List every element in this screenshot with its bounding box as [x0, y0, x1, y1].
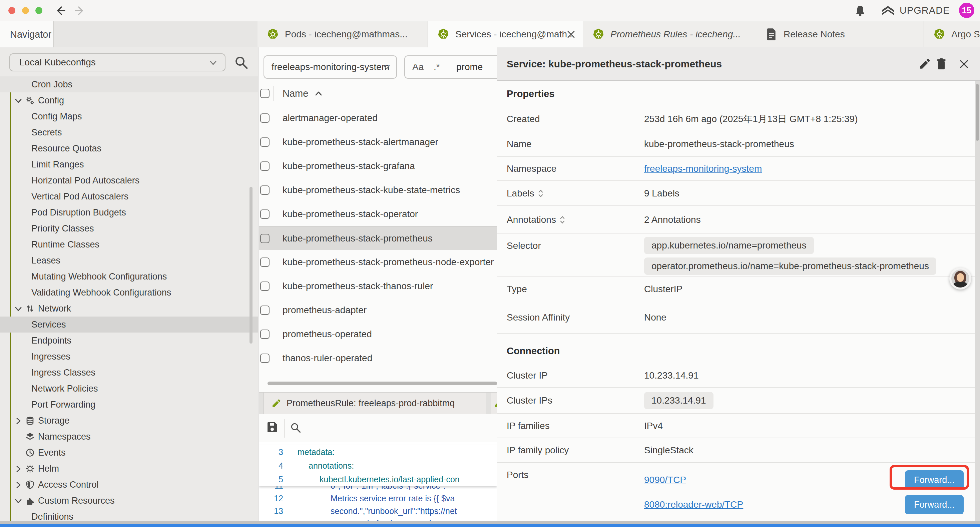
forward-button-8080-reloader-web-tcp[interactable]: Forward...	[905, 495, 964, 514]
name-column-header[interactable]: Name	[283, 81, 308, 106]
forward-arrow-icon[interactable]	[74, 5, 86, 17]
port-link-9090-tcp[interactable]: 9090/TCP	[644, 474, 686, 485]
sidebar-item-pod-disruption-budgets[interactable]: Pod Disruption Budgets	[0, 204, 258, 220]
sort-ascending-icon[interactable]	[314, 89, 323, 98]
row-checkbox[interactable]	[260, 209, 269, 219]
delete-trash-icon[interactable]	[935, 58, 948, 70]
sidebar-scrollbar[interactable]	[250, 187, 253, 344]
sidebar-item-limit-ranges[interactable]: Limit Ranges	[0, 156, 258, 172]
sidebar-item-ingress-classes[interactable]: Ingress Classes	[0, 365, 258, 381]
editor-search-icon[interactable]	[290, 422, 302, 434]
row-checkbox[interactable]	[260, 113, 269, 123]
sidebar-item-runtime-classes[interactable]: Runtime Classes	[0, 236, 258, 253]
expand-sort-icon[interactable]	[538, 189, 544, 198]
save-icon[interactable]	[266, 421, 278, 434]
row-checkbox[interactable]	[260, 353, 269, 363]
detail-scrollbar-track[interactable]	[975, 81, 980, 521]
upgrade-icon[interactable]	[881, 4, 895, 18]
tab-release-notes[interactable]: Release Notes	[756, 21, 924, 47]
list-horizontal-scrollbar[interactable]	[267, 382, 497, 385]
namespace-filter-dropdown[interactable]: freeleaps-monitoring-system	[264, 56, 397, 79]
sidebar-item-cron-jobs[interactable]: Cron Jobs	[0, 76, 258, 92]
row-checkbox[interactable]	[260, 161, 269, 171]
chevron-right-icon[interactable]	[14, 481, 22, 489]
sidebar-item-definitions[interactable]: Definitions	[0, 509, 258, 521]
row-checkbox[interactable]	[260, 306, 269, 315]
tab-navigator[interactable]: Navigator	[0, 21, 54, 47]
sidebar-item-endpoints[interactable]: Endpoints	[0, 333, 258, 349]
table-row-prometheus-adapter[interactable]: prometheus-adapter	[259, 298, 497, 322]
sidebar-item-storage[interactable]: Storage	[0, 412, 258, 428]
chevron-right-icon[interactable]	[14, 465, 22, 473]
table-row-kube-prometheus-stack-operator[interactable]: kube-prometheus-stack-operator	[259, 202, 497, 226]
sidebar-item-network-policies[interactable]: Network Policies	[0, 381, 258, 396]
tab-prometheus-rules-icecheng[interactable]: Prometheus Rules - icecheng...	[583, 21, 756, 47]
yaml-editor[interactable]: 110","for":"1m","labels":{"service":"12M…	[259, 442, 497, 521]
table-row-kube-prometheus-stack-alertmanager[interactable]: kube-prometheus-stack-alertmanager	[259, 130, 497, 154]
sidebar-item-helm[interactable]: Helm	[0, 461, 258, 477]
editor-tab-partial[interactable]	[491, 393, 497, 414]
notification-badge[interactable]: 15	[959, 3, 974, 18]
row-checkbox[interactable]	[260, 258, 269, 267]
regex-toggle[interactable]: .*	[434, 56, 440, 78]
sidebar-item-custom-resources[interactable]: Custom Resources	[0, 493, 258, 509]
close-icon[interactable]	[565, 29, 577, 40]
window-minimize-button[interactable]	[22, 7, 29, 14]
row-checkbox[interactable]	[260, 137, 269, 147]
sidebar-item-secrets[interactable]: Secrets	[0, 124, 258, 140]
tab-pods-icecheng-mathmas[interactable]: Pods - icecheng@mathmas...	[258, 21, 428, 47]
namespace-link[interactable]: freeleaps-monitoring-system	[644, 164, 762, 174]
table-row-alertmanager-operated[interactable]: alertmanager-operated	[259, 106, 497, 130]
forward-button-9090-tcp[interactable]: Forward...	[905, 470, 964, 490]
sidebar-item-config-maps[interactable]: Config Maps	[0, 108, 258, 124]
match-case-toggle[interactable]: Aa	[412, 56, 424, 78]
sidebar-item-horizontal-pod-autoscalers[interactable]: Horizontal Pod Autoscalers	[0, 172, 258, 188]
expand-sort-icon[interactable]	[559, 215, 565, 224]
row-checkbox[interactable]	[260, 185, 269, 195]
sidebar-item-leases[interactable]: Leases	[0, 253, 258, 269]
chevron-down-icon[interactable]	[14, 497, 22, 505]
row-checkbox[interactable]	[260, 234, 269, 243]
detail-scrollbar-thumb[interactable]	[976, 84, 979, 141]
window-maximize-button[interactable]	[35, 7, 42, 14]
sidebar-item-ingresses[interactable]: Ingresses	[0, 349, 258, 365]
table-row-kube-prometheus-stack-thanos-ruler[interactable]: kube-prometheus-stack-thanos-ruler	[259, 274, 497, 298]
sidebar-item-validating-webhook-configurations[interactable]: Validating Webhook Configurations	[0, 285, 258, 301]
table-row-prometheus-operated[interactable]: prometheus-operated	[259, 322, 497, 346]
sidebar-item-priority-classes[interactable]: Priority Classes	[0, 220, 258, 236]
row-checkbox[interactable]	[260, 282, 269, 291]
kubeconfig-selector[interactable]: Local Kubeconfigs	[10, 53, 226, 72]
edit-pencil-icon[interactable]	[918, 58, 931, 70]
list-search-input[interactable]: Aa .* prome	[404, 56, 497, 79]
editor-tab-prometheusrule[interactable]: PrometheusRule: freeleaps-prod-rabbitmq	[264, 393, 486, 414]
chevron-down-icon[interactable]	[14, 304, 22, 312]
row-checkbox[interactable]	[260, 330, 269, 339]
table-row-kube-prometheus-stack-kube-state-metrics[interactable]: kube-prometheus-stack-kube-state-metrics	[259, 178, 497, 202]
bell-icon[interactable]	[854, 5, 866, 17]
chevron-down-icon[interactable]	[14, 96, 22, 104]
upgrade-label[interactable]: UPGRADE	[900, 0, 950, 21]
tab-argo-se[interactable]: Argo Se	[924, 21, 980, 47]
select-all-checkbox[interactable]	[260, 89, 269, 98]
sidebar-item-services[interactable]: Services	[0, 317, 258, 333]
sidebar-item-resource-quotas[interactable]: Resource Quotas	[0, 140, 258, 156]
table-row-kube-prometheus-stack-prometheus-node-exporter[interactable]: kube-prometheus-stack-prometheus-node-ex…	[259, 250, 497, 274]
tab-services-icecheng-math[interactable]: Services - icecheng@math...	[428, 21, 583, 47]
sidebar-item-access-control[interactable]: Access Control	[0, 477, 258, 493]
sidebar-item-port-forwarding[interactable]: Port Forwarding	[0, 396, 258, 412]
chevron-right-icon[interactable]	[14, 417, 22, 425]
sidebar-item-config[interactable]: Config	[0, 92, 258, 108]
sidebar-item-events[interactable]: Events	[0, 444, 258, 461]
assistant-avatar[interactable]	[949, 267, 971, 290]
sidebar-item-namespaces[interactable]: Namespaces	[0, 428, 258, 444]
window-close-button[interactable]	[8, 7, 15, 14]
sidebar-search-icon[interactable]	[234, 55, 249, 70]
sidebar-item-vertical-pod-autoscalers[interactable]: Vertical Pod Autoscalers	[0, 188, 258, 204]
close-icon[interactable]	[958, 58, 970, 70]
sidebar-item-network[interactable]: Network	[0, 301, 258, 317]
table-row-kube-prometheus-stack-grafana[interactable]: kube-prometheus-stack-grafana	[259, 154, 497, 178]
table-row-thanos-ruler-operated[interactable]: thanos-ruler-operated	[259, 346, 497, 370]
back-arrow-icon[interactable]	[54, 5, 66, 17]
port-link-8080-reloader-web-tcp[interactable]: 8080:reloader-web/TCP	[644, 499, 743, 509]
table-row-kube-prometheus-stack-prometheus[interactable]: kube-prometheus-stack-prometheus	[259, 226, 497, 250]
